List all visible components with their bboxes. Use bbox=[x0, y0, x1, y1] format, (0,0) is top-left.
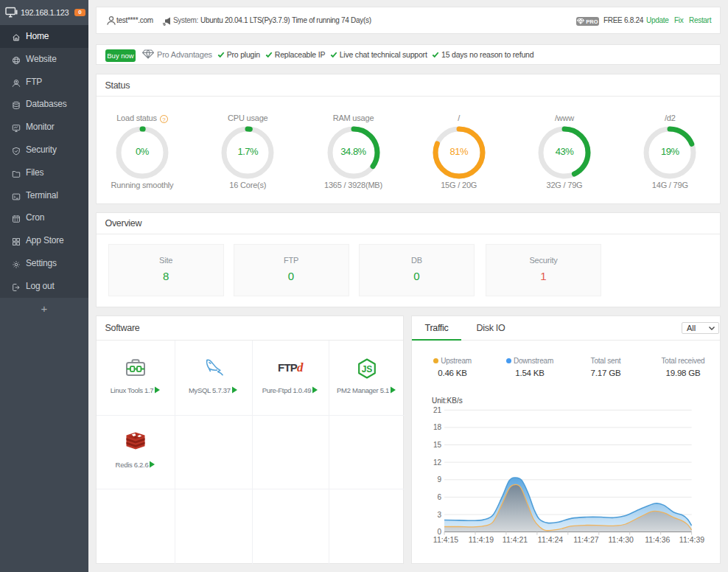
svg-text:11:4:19: 11:4:19 bbox=[469, 535, 494, 544]
svg-text:11:4:39: 11:4:39 bbox=[679, 535, 704, 544]
svg-text:11:4:15: 11:4:15 bbox=[433, 535, 458, 544]
svg-text:11:4:30: 11:4:30 bbox=[609, 535, 634, 544]
svg-text:18: 18 bbox=[433, 423, 442, 431]
svg-text:3: 3 bbox=[437, 511, 441, 519]
svg-text:12: 12 bbox=[433, 458, 442, 467]
svg-text:9: 9 bbox=[437, 475, 441, 484]
svg-text:11:4:21: 11:4:21 bbox=[503, 535, 528, 544]
svg-text:11:4:27: 11:4:27 bbox=[573, 535, 598, 544]
svg-text:Unit:KB/s: Unit:KB/s bbox=[432, 397, 463, 405]
svg-text:JS: JS bbox=[361, 364, 372, 374]
svg-text:15: 15 bbox=[433, 441, 442, 449]
svg-text:11:4:36: 11:4:36 bbox=[645, 535, 670, 544]
svg-text:11:4:24: 11:4:24 bbox=[538, 535, 563, 544]
svg-text:21: 21 bbox=[433, 406, 442, 414]
svg-text:6: 6 bbox=[437, 493, 441, 501]
